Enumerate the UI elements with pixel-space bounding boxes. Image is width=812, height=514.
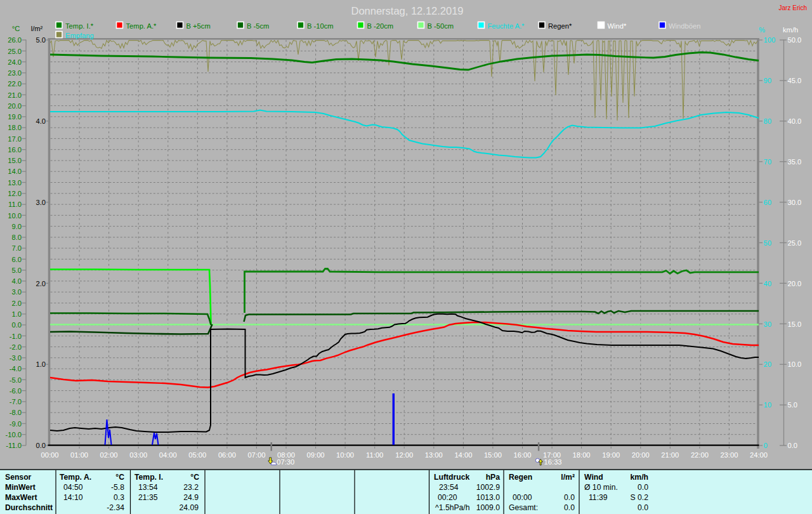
svg-text:°C: °C [115,473,124,482]
svg-text:23:54: 23:54 [439,483,459,492]
svg-text:30.0: 30.0 [788,199,802,206]
svg-text:13.0: 13.0 [8,179,22,187]
svg-text:24.0: 24.0 [8,58,22,66]
svg-text:B -5cm: B -5cm [247,22,269,30]
svg-text:-9.0: -9.0 [10,420,22,428]
svg-text:7.0: 7.0 [11,244,22,252]
svg-text:70: 70 [764,158,771,166]
svg-text:45.0: 45.0 [788,77,802,84]
svg-text:15:00: 15:00 [484,451,502,459]
svg-text:Jarz Erich: Jarz Erich [779,4,807,11]
svg-text:15.0: 15.0 [8,157,22,164]
svg-text:-3.0: -3.0 [10,354,22,362]
svg-text:Regen*: Regen* [548,22,572,30]
svg-text:0.0: 0.0 [638,483,648,492]
svg-text:11:39: 11:39 [589,493,608,502]
svg-text:MinWert: MinWert [5,483,36,492]
svg-text:B -20cm: B -20cm [367,22,394,30]
svg-text:-10.0: -10.0 [6,431,22,438]
svg-text:13:54: 13:54 [138,483,158,492]
svg-text:10: 10 [764,401,771,409]
svg-text:21:00: 21:00 [661,451,679,459]
svg-text:60: 60 [764,199,771,206]
svg-text:0.0: 0.0 [564,493,575,502]
svg-text:00:00: 00:00 [513,493,532,502]
svg-text:0.0: 0.0 [638,503,648,512]
svg-text:16.0: 16.0 [8,146,22,154]
svg-text:22:00: 22:00 [691,451,709,459]
svg-text:0.0: 0.0 [36,442,46,449]
svg-text:30: 30 [764,320,771,328]
svg-text:26.0: 26.0 [8,36,22,44]
svg-text:Regen: Regen [509,473,532,482]
svg-text:00:00: 00:00 [41,451,59,459]
svg-text:05:00: 05:00 [188,451,206,459]
svg-text:25.0: 25.0 [788,239,802,247]
svg-text:0: 0 [764,442,768,449]
svg-text:Durchschnitt: Durchschnitt [5,503,53,512]
svg-text:-7.0: -7.0 [10,398,22,405]
svg-text:Sensor: Sensor [5,473,32,482]
svg-text:6.0: 6.0 [11,256,22,263]
svg-text:MaxWert: MaxWert [5,493,37,502]
svg-text:3.0: 3.0 [11,288,22,296]
svg-text:00:20: 00:20 [438,493,457,502]
svg-text:Wind*: Wind* [608,22,627,30]
svg-text:22.0: 22.0 [8,80,22,88]
svg-text:B +5cm: B +5cm [187,22,211,30]
svg-text:Luftdruck: Luftdruck [434,473,469,482]
svg-text:hPa: hPa [486,473,501,482]
svg-text:Empfang: Empfang [65,32,94,39]
svg-text:11:00: 11:00 [366,451,383,459]
svg-text:16:00: 16:00 [514,451,532,459]
svg-text:10.0: 10.0 [788,360,802,368]
svg-text:3.0: 3.0 [36,199,46,206]
svg-text:20.0: 20.0 [788,280,802,287]
svg-text:20.0: 20.0 [8,102,22,110]
svg-text:21.0: 21.0 [8,91,22,99]
svg-text:50: 50 [764,239,771,247]
svg-text:1002.9: 1002.9 [476,483,500,492]
svg-text:13:00: 13:00 [425,451,443,459]
svg-text:06:00: 06:00 [218,451,236,459]
svg-text:23.2: 23.2 [183,483,199,492]
svg-text:Temp. A.*: Temp. A.* [126,22,157,30]
svg-text:Donnerstag, 12.12.2019: Donnerstag, 12.12.2019 [351,5,463,16]
svg-text:°C: °C [190,473,199,482]
svg-text:-1.0: -1.0 [10,333,22,340]
svg-text:20: 20 [764,360,771,368]
svg-text:Gesamt:: Gesamt: [509,503,538,512]
svg-text:12.0: 12.0 [8,190,22,197]
svg-text:14:00: 14:00 [454,451,472,459]
svg-text:19:00: 19:00 [602,451,620,459]
svg-text:B -50cm: B -50cm [428,22,454,30]
svg-text:-5.8: -5.8 [111,483,124,492]
svg-text:-8.0: -8.0 [10,409,22,416]
svg-text:9.0: 9.0 [11,223,22,230]
svg-text:15.0: 15.0 [788,320,802,328]
svg-text:23.0: 23.0 [8,69,22,77]
svg-text:Temp. I.*: Temp. I.* [65,22,94,30]
svg-text:14.0: 14.0 [8,168,22,175]
svg-text:-2.34: -2.34 [107,503,124,512]
svg-text:18:00: 18:00 [573,451,591,459]
svg-text:40: 40 [764,280,771,287]
svg-text:0.3: 0.3 [114,493,124,502]
svg-text:19.0: 19.0 [8,113,22,121]
svg-text:l/m²: l/m² [561,473,575,482]
svg-text:5.0: 5.0 [36,36,46,44]
svg-text:B -10cm: B -10cm [307,22,334,30]
svg-text:8.0: 8.0 [11,234,22,241]
svg-text:°C: °C [12,25,20,32]
svg-text:40.0: 40.0 [788,117,802,125]
svg-text:-4.0: -4.0 [10,365,22,372]
svg-text:S 0.2: S 0.2 [631,493,649,502]
svg-text:Temp. A.: Temp. A. [60,473,91,482]
svg-text:20:00: 20:00 [632,451,650,459]
svg-text:17.0: 17.0 [8,135,22,143]
svg-text:100: 100 [764,36,776,44]
svg-text:1013.0: 1013.0 [476,493,500,502]
svg-text:21:35: 21:35 [138,493,158,502]
svg-text:07:00: 07:00 [247,451,265,459]
svg-text:07:30: 07:30 [277,458,294,466]
